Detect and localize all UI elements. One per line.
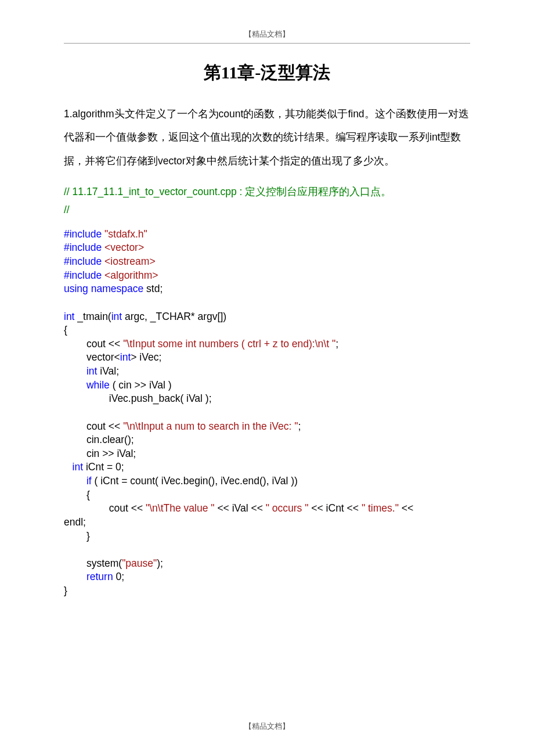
txt-ifclose: } <box>64 530 90 542</box>
kw-include: #include <box>64 242 102 253</box>
str-occurs: " occurs " <box>266 502 309 514</box>
txt-cout2a: cout << <box>64 420 123 432</box>
txt-cout2b: ; <box>298 420 301 432</box>
comment-line-1: // 11.17_11.1_int_to_vector_count.cpp : … <box>64 183 470 201</box>
str-algorithm: <algorithm> <box>102 269 158 281</box>
str-vector: <vector> <box>102 242 144 253</box>
txt-vecdecl-b: > iVec; <box>131 351 161 363</box>
txt-cinival: cin >> iVal; <box>64 448 136 459</box>
str-iostream: <iostream> <box>102 255 155 267</box>
kw-while: while <box>86 379 110 391</box>
txt-while-a <box>64 379 86 391</box>
kw-int: int <box>120 351 131 363</box>
code-comment-block: // 11.17_11.1_int_to_vector_count.cpp : … <box>64 183 470 219</box>
txt-vecdecl-a: vector< <box>64 351 120 363</box>
brace-close: } <box>64 585 67 596</box>
str-prompt1: "\tInput some int numbers ( ctrl + z to … <box>123 338 335 350</box>
kw-namespace: namespace <box>88 283 143 294</box>
txt-ivaldecl-a <box>64 365 86 377</box>
footer-badge: 【精品文档】 <box>0 721 534 732</box>
txt-ivaldecl-b: iVal; <box>97 365 119 377</box>
kw-return: return <box>86 571 113 582</box>
txt-cout3a: cout << <box>64 502 146 514</box>
txt-ifopen: { <box>64 489 90 501</box>
kw-int: int <box>73 461 83 473</box>
txt-if-b: ( iCnt = count( iVec.begin(), iVec.end()… <box>92 475 298 487</box>
kw-include: #include <box>64 269 102 281</box>
code-block: #include "stdafx.h" #include <vector> #i… <box>64 228 470 598</box>
txt-cout1a: cout << <box>64 338 123 350</box>
txt-icnt-a <box>64 461 73 473</box>
str-pause: "pause" <box>122 557 157 569</box>
txt-return-b: 0; <box>113 571 124 582</box>
txt-std: std; <box>143 283 163 294</box>
kw-int: int <box>86 365 97 377</box>
txt-while-b: ( cin >> iVal ) <box>110 379 172 391</box>
txt-push: iVec.push_back( iVal ); <box>64 393 212 404</box>
str-stdafx: "stdafx.h" <box>102 228 147 240</box>
txt-system-b: ); <box>157 557 163 569</box>
str-times: " times." <box>362 502 399 514</box>
kw-using: using <box>64 283 88 294</box>
kw-include: #include <box>64 228 102 240</box>
str-prompt2: "\n\tInput a num to search in the iVec: … <box>123 420 298 432</box>
str-val: "\n\tThe value " <box>146 502 214 514</box>
txt-endl: endl; <box>64 516 86 528</box>
page-title: 第11章-泛型算法 <box>64 61 470 85</box>
txt-args: argc, _TCHAR* argv[]) <box>122 311 226 322</box>
txt-tmain: _tmain( <box>74 311 111 322</box>
intro-paragraph: 1.algorithm头文件定义了一个名为count的函数，其功能类似于find… <box>64 102 470 172</box>
txt-cout3c: << iCnt << <box>308 502 361 514</box>
txt-icnt-b: iCnt = 0; <box>83 461 124 473</box>
document-page: 【精品文档】 第11章-泛型算法 1.algorithm头文件定义了一个名为co… <box>0 0 534 621</box>
brace-open: { <box>64 324 67 336</box>
txt-cout1b: ; <box>335 338 338 350</box>
kw-if: if <box>86 475 92 487</box>
txt-cout3b: << iVal << <box>215 502 266 514</box>
header-badge: 【精品文档】 <box>64 29 470 44</box>
kw-int: int <box>111 311 122 322</box>
txt-return-a <box>64 571 86 582</box>
comment-line-2: // <box>64 201 470 219</box>
txt-cinclear: cin.clear(); <box>64 434 134 445</box>
txt-system-a: system( <box>64 557 122 569</box>
kw-int: int <box>64 311 74 322</box>
txt-cout3d: << <box>399 502 413 514</box>
kw-include: #include <box>64 255 102 267</box>
txt-if-a <box>64 475 86 487</box>
